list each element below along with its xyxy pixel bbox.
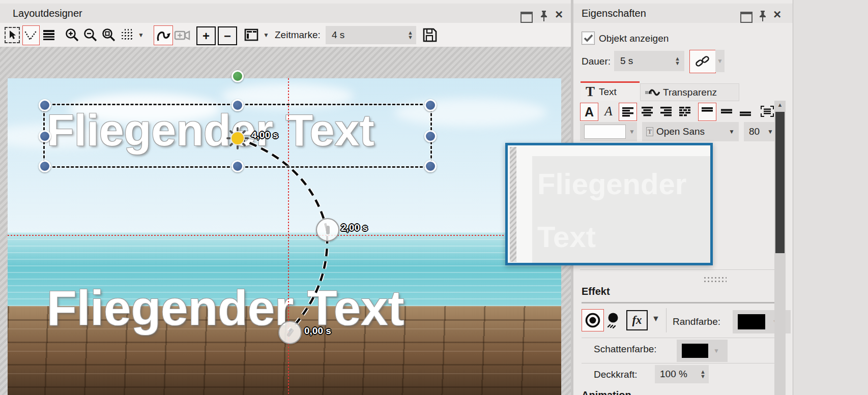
camera-pan-tool-button[interactable] (173, 25, 191, 44)
checkmark-icon (584, 34, 593, 42)
justify-button[interactable] (676, 103, 693, 120)
link-options-dropdown[interactable]: ▼ (715, 50, 725, 72)
scrollbar-up-button[interactable]: ▲ (774, 102, 786, 108)
outline-effect-button[interactable] (582, 309, 604, 331)
shadow-color-chip (682, 344, 708, 358)
eigenschaften-titlebar[interactable]: Eigenschaften × (573, 4, 793, 23)
keyframe-marker-2s[interactable] (316, 218, 339, 241)
resize-grip-dots[interactable] (703, 276, 727, 284)
text-object-end[interactable]: Fliegender Text (47, 284, 404, 332)
active-keyframe-marker[interactable] (226, 127, 249, 150)
spinner-down-icon[interactable]: ▼ (700, 374, 706, 379)
align-right-button[interactable] (657, 103, 675, 120)
tab-text[interactable]: T Text (581, 83, 640, 101)
zeitmarke-spinner[interactable]: ▲ ▼ (408, 31, 413, 40)
bold-icon: A (585, 105, 594, 119)
link-duration-button[interactable] (689, 50, 716, 73)
align-left-icon (622, 107, 634, 117)
resize-handle-e[interactable] (424, 130, 437, 142)
close-icon: × (555, 9, 563, 19)
show-object-checkbox[interactable] (582, 32, 595, 45)
resize-handle-nw[interactable] (39, 99, 51, 111)
autofit-text-button[interactable] (759, 103, 776, 120)
eigenschaften-title: Eigenschaften (582, 8, 646, 19)
scrollbar-thumb[interactable] (775, 112, 785, 253)
resize-handle-se[interactable] (424, 160, 437, 172)
opacity-spinner[interactable]: ▲ ▼ (700, 370, 706, 379)
valign-top-button[interactable] (698, 103, 716, 121)
save-icon (422, 27, 438, 43)
motion-path-tool-button[interactable] (154, 25, 173, 45)
zoom-in-button[interactable] (63, 25, 81, 44)
save-layout-button[interactable] (421, 25, 439, 44)
autofit-text-icon (761, 106, 774, 117)
tab-transparenz[interactable]: Transparenz (640, 83, 739, 101)
layoutdesigner-titlebar[interactable]: Layoutdesigner × (0, 4, 571, 23)
close-button[interactable]: × (555, 9, 563, 19)
section-divider (580, 269, 784, 270)
align-left-button[interactable] (619, 103, 637, 121)
rotate-handle[interactable] (232, 70, 244, 82)
zoom-out-button[interactable] (81, 25, 100, 44)
path-select-tool-button[interactable] (22, 25, 40, 45)
layers-tool-button[interactable] (41, 25, 57, 44)
align-center-button[interactable] (639, 103, 656, 120)
format-toolbar: A A (580, 103, 834, 121)
close-icon: × (773, 9, 781, 19)
valign-bottom-button[interactable] (737, 103, 754, 120)
fx-dropdown[interactable]: ▼ (650, 314, 662, 323)
font-color-chip (584, 125, 626, 139)
spinner-down-icon[interactable]: ▼ (675, 61, 680, 66)
maximize-button[interactable] (520, 12, 533, 23)
shadow-effect-button[interactable] (606, 311, 622, 331)
shadow-color-label: Schattenfarbe: (594, 344, 657, 355)
chevron-down-icon: ▼ (263, 32, 269, 39)
fx-effects-button[interactable]: fx (626, 310, 648, 330)
duration-spinner[interactable]: ▲ ▼ (675, 56, 680, 66)
grid-button[interactable] (120, 25, 135, 44)
toolbar-separator (666, 308, 667, 332)
italic-button[interactable]: A (600, 103, 617, 120)
valign-middle-button[interactable] (718, 103, 735, 120)
font-color-picker[interactable]: ▼ (580, 122, 637, 141)
select-tool-button[interactable] (4, 25, 20, 44)
view-options-dropdown[interactable]: ▼ (261, 25, 272, 44)
add-keyframe-button[interactable]: + (196, 26, 216, 45)
shadow-color-picker[interactable]: ▼ (677, 340, 728, 362)
app-window: Layoutdesigner × (0, 0, 868, 395)
layoutdesigner-title: Layoutdesigner (13, 8, 82, 19)
shadow-circle-icon (606, 311, 621, 330)
resize-handle-ne[interactable] (424, 99, 437, 111)
opacity-input[interactable]: 100 % ▲ ▼ (655, 365, 709, 383)
duration-input[interactable]: 5 s ▲ ▼ (614, 51, 684, 71)
chevron-down-icon: ▼ (767, 128, 773, 135)
zoom-fit-button[interactable] (100, 25, 118, 44)
chevron-down-icon: ▼ (729, 128, 735, 135)
grid-dropdown[interactable]: ▼ (135, 25, 147, 44)
pin-button[interactable] (758, 10, 768, 22)
layout-canvas[interactable]: Fliegender Text Fliegender Text (0, 47, 571, 395)
zeitmarke-input[interactable]: 4 s ▲ ▼ (326, 26, 416, 44)
scroll-up-icon: ▲ (777, 102, 783, 108)
maximize-button[interactable] (740, 12, 753, 23)
resize-handle-sw[interactable] (39, 160, 51, 172)
bold-button[interactable]: A (580, 103, 598, 121)
layoutdesigner-toolbar: ▼ + − (0, 23, 571, 47)
close-button[interactable]: × (773, 9, 781, 19)
camera-icon (174, 29, 190, 41)
font-size-select[interactable]: 80 ▼ (744, 122, 776, 141)
pin-button[interactable] (539, 10, 549, 22)
keyframe-time-label: 0,00 s (304, 325, 331, 337)
row-divider (582, 338, 785, 338)
font-size-value: 80 (744, 126, 760, 137)
remove-keyframe-button[interactable]: − (218, 26, 237, 45)
spinner-down-icon[interactable]: ▼ (408, 35, 413, 40)
layoutdesigner-panel: Layoutdesigner × (0, 0, 571, 395)
resize-handle-s[interactable] (232, 160, 244, 172)
font-family-select[interactable]: T Open Sans ▼ (642, 122, 739, 141)
keyframe-marker-0s[interactable] (278, 321, 302, 344)
view-options-button[interactable] (243, 25, 259, 44)
resize-handle-n[interactable] (232, 99, 244, 111)
font-preview-popup: Fliegender Text (505, 143, 713, 265)
resize-handle-w[interactable] (39, 130, 51, 142)
